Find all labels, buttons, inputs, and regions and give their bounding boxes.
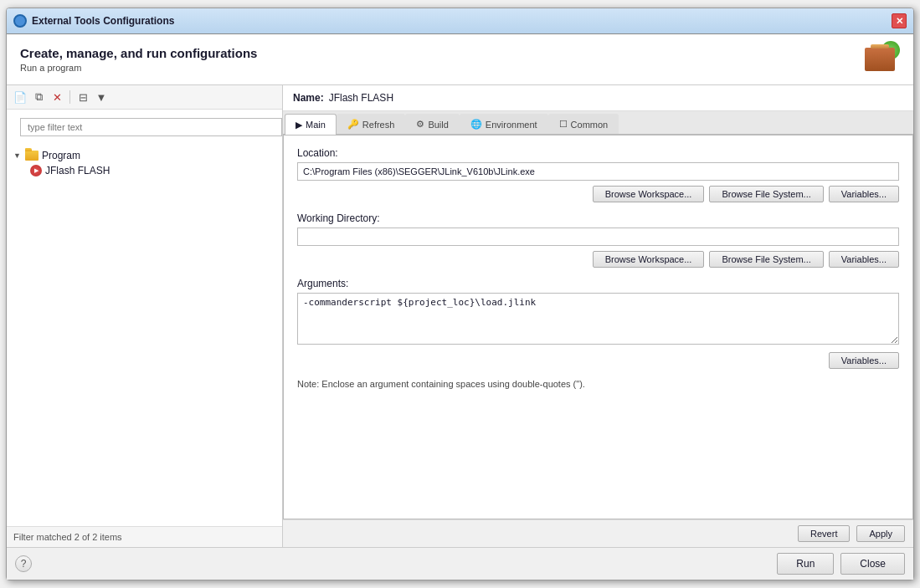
name-label: Name: <box>293 92 324 104</box>
main-tab-icon: ▶ <box>296 120 302 130</box>
arguments-label: Arguments: <box>297 278 899 289</box>
form-area: Location: Browse Workspace... Browse Fil… <box>283 135 913 519</box>
sidebar: 📄 ⧉ ✕ ⊟ ▼ ▼ Program JFlash <box>7 85 283 547</box>
title-bar-left: External Tools Configurations <box>13 14 174 28</box>
tab-refresh[interactable]: 🔑 Refresh <box>337 114 406 134</box>
refresh-tab-icon: 🔑 <box>347 119 359 130</box>
footer-bar: ? Run Close <box>7 547 913 580</box>
tab-environment[interactable]: 🌐 Environment <box>460 114 548 134</box>
name-row: Name: JFlash FLASH <box>283 85 913 111</box>
tab-common[interactable]: ☐ Common <box>548 114 619 134</box>
main-panel: Name: JFlash FLASH ▶ Main 🔑 Refresh ⚙ Bu… <box>283 85 913 547</box>
tab-main-label: Main <box>306 120 326 130</box>
tab-build[interactable]: ⚙ Build <box>405 114 459 134</box>
arguments-btn-row: Variables... <box>297 352 899 369</box>
close-button[interactable]: Close <box>840 553 905 575</box>
delete-config-button[interactable]: ✕ <box>49 89 65 105</box>
window-icon <box>13 14 27 28</box>
close-window-button[interactable]: ✕ <box>892 13 907 28</box>
folder-icon <box>25 151 39 161</box>
revert-button[interactable]: Revert <box>798 525 850 542</box>
sidebar-footer: Filter matched 2 of 2 items <box>7 526 282 547</box>
arguments-variables-button[interactable]: Variables... <box>829 352 899 369</box>
arguments-textarea[interactable] <box>297 293 899 345</box>
revert-apply-row: Revert Apply <box>283 519 913 547</box>
working-dir-btn-row: Browse Workspace... Browse File System..… <box>297 251 899 268</box>
window: External Tools Configurations ✕ Create, … <box>6 8 914 580</box>
run-config-icon <box>30 165 42 176</box>
window-title: External Tools Configurations <box>32 15 174 27</box>
filter-input[interactable] <box>20 118 282 136</box>
name-value: JFlash FLASH <box>329 92 393 104</box>
tree-area: ▼ Program JFlash FLASH <box>7 145 282 526</box>
arguments-group: Arguments: Variables... <box>297 278 899 369</box>
apply-button[interactable]: Apply <box>856 525 905 542</box>
toolbox-icon <box>865 48 895 71</box>
working-dir-label: Working Directory: <box>297 212 899 224</box>
working-dir-browse-workspace-button[interactable]: Browse Workspace... <box>593 251 705 268</box>
sidebar-toolbar: 📄 ⧉ ✕ ⊟ ▼ <box>7 85 282 110</box>
environment-tab-icon: 🌐 <box>470 119 482 130</box>
tree-arrow-icon: ▼ <box>13 151 22 160</box>
header-text: Create, manage, and run configurations R… <box>20 46 257 73</box>
tab-build-label: Build <box>428 120 448 130</box>
common-tab-icon: ☐ <box>559 119 568 130</box>
tab-main[interactable]: ▶ Main <box>285 114 337 135</box>
toolbar-divider <box>69 90 70 104</box>
header-icon <box>860 43 900 76</box>
collapse-all-button[interactable]: ⊟ <box>75 89 91 105</box>
location-label: Location: <box>297 147 899 159</box>
tab-environment-label: Environment <box>486 120 537 130</box>
tab-common-label: Common <box>571 120 609 130</box>
title-bar: External Tools Configurations ✕ <box>7 8 913 34</box>
run-button[interactable]: Run <box>777 553 834 575</box>
tree-item-jflash[interactable]: JFlash FLASH <box>7 163 282 178</box>
new-config-button[interactable]: 📄 <box>12 89 28 105</box>
working-dir-variables-button[interactable]: Variables... <box>829 251 899 268</box>
location-input[interactable] <box>297 162 899 181</box>
build-tab-icon: ⚙ <box>416 119 424 130</box>
filter-status: Filter matched 2 of 2 items <box>13 532 122 542</box>
header-subtitle: Run a program <box>20 63 257 73</box>
duplicate-config-button[interactable]: ⧉ <box>30 89 47 105</box>
tab-refresh-label: Refresh <box>362 120 395 130</box>
tree-item-program[interactable]: ▼ Program <box>7 148 282 163</box>
location-browse-fs-button[interactable]: Browse File System... <box>709 186 823 202</box>
header-title: Create, manage, and run configurations <box>20 46 257 60</box>
location-group: Location: Browse Workspace... Browse Fil… <box>297 147 899 202</box>
expand-button[interactable]: ▼ <box>93 89 110 105</box>
note-text: Note: Enclose an argument containing spa… <box>297 379 899 389</box>
tree-program-label: Program <box>42 150 80 161</box>
toolbox-handle <box>871 44 889 49</box>
content-area: 📄 ⧉ ✕ ⊟ ▼ ▼ Program JFlash <box>7 85 913 547</box>
working-dir-group: Working Directory: Browse Workspace... B… <box>297 212 899 268</box>
working-dir-input[interactable] <box>297 228 899 246</box>
header-section: Create, manage, and run configurations R… <box>7 34 913 85</box>
location-btn-row: Browse Workspace... Browse File System..… <box>297 186 899 202</box>
working-dir-browse-fs-button[interactable]: Browse File System... <box>709 251 823 268</box>
help-button[interactable]: ? <box>15 555 32 572</box>
location-variables-button[interactable]: Variables... <box>829 186 899 202</box>
filter-input-wrap <box>7 110 282 145</box>
tabs-row: ▶ Main 🔑 Refresh ⚙ Build 🌐 Environment ☐ <box>283 111 913 135</box>
tree-jflash-label: JFlash FLASH <box>45 165 110 176</box>
location-browse-workspace-button[interactable]: Browse Workspace... <box>593 186 705 202</box>
arguments-textarea-wrap <box>297 293 899 347</box>
